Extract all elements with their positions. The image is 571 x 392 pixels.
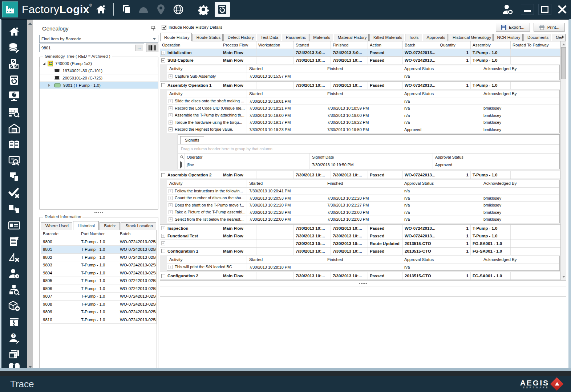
table-row-selected[interactable]: 9801T-Pump - 1.0WO-07242013-0258 <box>41 246 157 254</box>
minimize-button[interactable] <box>521 4 534 15</box>
operation-row[interactable]: +Inspection Main Flow7/30/2013 10:...7/3… <box>160 225 560 232</box>
activity-row[interactable]: +This will print the S/N loaded BC 7/30/… <box>167 264 559 271</box>
gear-icon[interactable] <box>197 3 210 16</box>
ruler-remove-icon[interactable] <box>6 250 22 265</box>
operation-row[interactable]: −Configuration 2 Main Flow7/30/2013 10:.… <box>160 272 560 280</box>
col-operation[interactable]: Operation <box>160 41 221 49</box>
tree-item-tpump-selected[interactable]: 9801 (T-Pump - 1.0) <box>40 82 158 89</box>
tab-route-status[interactable]: Route Status <box>193 34 223 41</box>
expand-icon[interactable]: + <box>169 203 173 207</box>
table-row[interactable]: 9806T-Pump - 1.0WO-07242013-0258 <box>41 285 157 293</box>
col-finished[interactable]: Finished <box>331 41 368 49</box>
col-batch[interactable]: Batch <box>403 41 438 49</box>
scroll-up-icon[interactable] <box>562 44 565 45</box>
table-row[interactable]: 9804T-Pump - 1.0WO-07242013-0258 <box>41 269 157 277</box>
tab-kitted-materials[interactable]: Kitted Materials <box>369 34 404 41</box>
expand-icon[interactable]: + <box>169 210 173 214</box>
table-row[interactable]: 9808T-Pump - 1.0WO-07242013-0258 <box>41 301 157 309</box>
col-started[interactable]: Started <box>294 41 331 49</box>
user-logout-icon[interactable] <box>502 3 514 16</box>
collapsed-icon[interactable] <box>48 84 50 87</box>
expand-icon[interactable]: + <box>161 241 165 245</box>
panel-splitter[interactable] <box>39 210 158 215</box>
row-expander-icon[interactable] <box>180 161 182 168</box>
col-action[interactable]: Action <box>368 41 403 49</box>
tree-item-component[interactable]: 19740021-30 (C-101) <box>40 67 158 74</box>
operation-row[interactable]: −SUB-Capture Main Flow7/30/2013 10:...7/… <box>160 57 560 64</box>
expand-icon[interactable]: + <box>169 189 173 193</box>
scroll-thumb[interactable] <box>561 47 566 79</box>
col-signoff-date[interactable]: Signoff Date <box>310 154 433 161</box>
col-operator[interactable]: Operator <box>185 154 310 161</box>
operator-question-icon[interactable]: ? <box>6 330 22 346</box>
warehouse-icon[interactable] <box>6 121 22 136</box>
tab-route-history[interactable]: Route History <box>160 33 192 41</box>
operation-row[interactable]: +Functional Test Main Flow7/30/2013 10:.… <box>160 232 560 240</box>
pin-icon[interactable] <box>151 26 155 31</box>
activity-row[interactable]: +Does the shaft on the T-Pump move f... … <box>167 201 559 209</box>
table-search-icon[interactable] <box>6 105 22 120</box>
documents-icon[interactable] <box>120 3 132 16</box>
operation-row[interactable]: −Assembly Operation 2 Main Flow7/30/2013… <box>160 171 560 179</box>
trace-icon[interactable] <box>215 2 230 17</box>
tab-parametric[interactable]: Parametric <box>282 34 309 41</box>
collapse-icon[interactable]: − <box>161 173 165 177</box>
expand-icon[interactable]: + <box>169 106 173 110</box>
scroll-down-icon[interactable] <box>562 276 565 278</box>
operation-row[interactable]: + 7/30/2013 10:...7/30/2013 10:... Route… <box>160 240 560 248</box>
tab-defect-history[interactable]: Defect History <box>223 34 256 41</box>
workstation-search-icon[interactable] <box>6 153 22 169</box>
col-quantity[interactable]: Quantity <box>438 41 471 49</box>
barcode-scan-button[interactable] <box>146 44 158 52</box>
hard-hat-icon[interactable] <box>137 3 150 16</box>
activity-row[interactable]: −Record the Highest torque value. 7/30/2… <box>167 126 559 133</box>
activity-row[interactable]: +Follow the instructions in the followin… <box>167 187 559 195</box>
maximize-button[interactable] <box>538 4 551 15</box>
activity-row[interactable]: +Count the number of discs on the sha...… <box>167 195 559 202</box>
material-blocks-icon[interactable] <box>6 56 22 72</box>
expanded-icon[interactable] <box>43 62 45 65</box>
operation-row[interactable]: +Initialization Main Flow7/24/2013 3:0..… <box>160 49 560 57</box>
activity-row[interactable]: +Capture Sub-Assembly 7/30/2013 10:15:57… <box>167 73 559 80</box>
col-routed-to-pathway[interactable]: Routed To Pathway <box>511 41 560 49</box>
signoff-row[interactable]: jfine7/30/2013 10:19:50 PMApproved <box>178 161 559 169</box>
table-row[interactable]: 9807T-Pump - 1.0WO-07242013-0258 <box>41 293 157 301</box>
dashboard-monitor-icon[interactable] <box>6 89 22 104</box>
collapse-icon[interactable]: − <box>161 249 165 253</box>
tab-materials[interactable]: Materials <box>309 34 333 41</box>
trace-book-icon[interactable] <box>6 72 22 88</box>
database-edit-icon[interactable] <box>6 40 22 56</box>
col-part-number[interactable]: Part Number <box>79 230 118 238</box>
tab-batch[interactable]: Batch: <box>100 222 120 230</box>
col-assembly[interactable]: Assembly <box>471 41 511 49</box>
collapse-icon[interactable]: − <box>169 127 173 131</box>
expand-icon[interactable]: + <box>161 234 165 238</box>
tab-approvals[interactable]: Approvals <box>423 34 448 41</box>
activity-row[interactable]: +Record the Lot Code UID (Unique Ide... … <box>167 105 559 112</box>
list-remove-icon[interactable] <box>6 234 22 249</box>
tab-documents[interactable]: Documents <box>523 34 551 41</box>
col-batch[interactable]: Batch <box>118 230 157 238</box>
col-workstation[interactable]: Workstation <box>256 41 294 49</box>
scroll-up-icon[interactable] <box>28 23 32 25</box>
activity-row[interactable]: +Assemble the T-Pump by attaching th... … <box>167 112 559 119</box>
col-process-flow[interactable]: Process Flow <box>221 41 256 49</box>
tree-item-pump[interactable]: 740000 (Pump 1x2) <box>40 60 158 67</box>
globe-icon[interactable] <box>172 3 185 16</box>
tab-ncr-history[interactable]: NCR History <box>493 34 523 41</box>
device-copy-icon[interactable] <box>6 169 22 185</box>
export-button[interactable]: Export... <box>496 23 530 32</box>
search-icon[interactable] <box>178 154 185 161</box>
operator-time-icon[interactable] <box>6 266 22 282</box>
activity-row[interactable]: +Slide the discs onto the shaft making .… <box>167 98 559 105</box>
check-reject-icon[interactable] <box>6 185 22 201</box>
tab-historical[interactable]: Historical <box>73 221 99 230</box>
table-row[interactable]: 9803T-Pump - 1.0WO-07242013-0258 <box>41 261 157 269</box>
horizontal-splitter[interactable] <box>160 281 566 286</box>
tab-scroll-right-icon[interactable] <box>560 34 566 40</box>
expand-icon[interactable]: + <box>169 113 173 117</box>
grid-scrollbar[interactable] <box>560 41 566 280</box>
tab-signoffs[interactable]: Signoffs <box>180 136 204 144</box>
expand-icon[interactable]: + <box>169 265 173 269</box>
col-approval-status[interactable]: Approval Status <box>433 154 559 161</box>
